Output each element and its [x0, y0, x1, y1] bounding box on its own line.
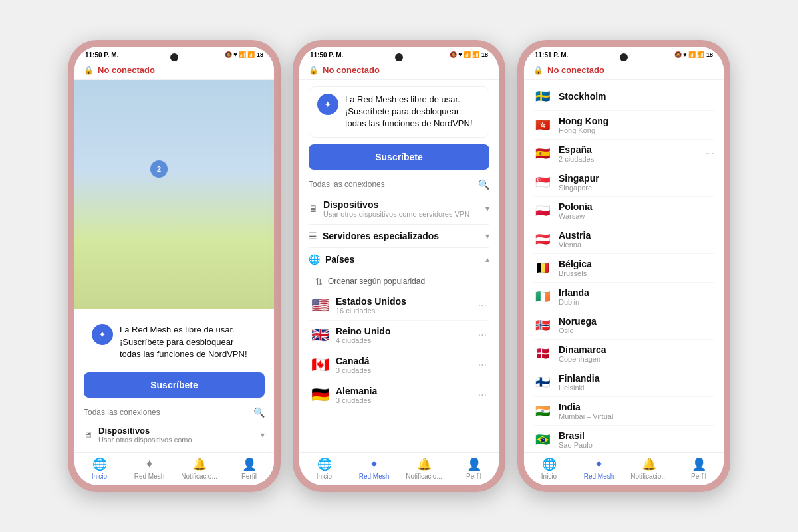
- sub-brasil: Sao Paulo: [559, 441, 593, 449]
- section-icon-dispositivos: 🖥: [309, 203, 318, 214]
- bottom-panel-1: ✦ La Red Mesh es libre de usar. ¡Suscríb…: [74, 309, 274, 452]
- nav-perfil-label-2: Perfil: [466, 473, 481, 480]
- row-noruega[interactable]: 🇳🇴 Noruega Oslo: [533, 311, 714, 340]
- country-usa[interactable]: 🇺🇸 Estados Unidos 16 ciudades ···: [309, 291, 489, 321]
- sub-india: Mumbai – Virtual: [559, 412, 613, 420]
- section-especializados-2[interactable]: ☰ Servidores especializados ▾: [309, 225, 489, 248]
- camera-notch-3: [620, 53, 628, 61]
- flag-austria: 🇦🇹: [533, 230, 552, 249]
- dots-usa[interactable]: ···: [478, 299, 487, 311]
- nav-perfil-label-3: Perfil: [691, 473, 706, 480]
- nav-perfil-icon-2: 👤: [467, 457, 481, 471]
- row-irlanda[interactable]: 🇮🇪 Irlanda Dublin: [533, 283, 714, 311]
- promo-icon-1: ✦: [92, 324, 113, 345]
- dots-canada[interactable]: ···: [478, 359, 487, 371]
- name-dinamarca: Dinamarca: [559, 344, 606, 355]
- country-list-3: 🇸🇪 Stockholm 🇭🇰 Hong Kong Hong Kong: [524, 80, 724, 452]
- row-stockholm[interactable]: 🇸🇪 Stockholm: [533, 82, 714, 111]
- nav-redmesh-icon-3: ✦: [594, 457, 604, 471]
- flag-brasil: 🇧🇷: [533, 430, 552, 449]
- flag-noruega: 🇳🇴: [533, 316, 552, 334]
- nav-perfil-1[interactable]: 👤 Perfil: [224, 457, 274, 480]
- nav-inicio-1[interactable]: 🌐 Inicio: [74, 457, 124, 480]
- nav-inicio-3[interactable]: 🌐 Inicio: [524, 457, 574, 480]
- promo-icon-2: ✦: [317, 94, 338, 115]
- sort-row-2: ⇅ Ordenar según popularidad: [309, 271, 489, 291]
- country-name-canada: Canadá: [336, 356, 371, 366]
- country-uk[interactable]: 🇬🇧 Reino Unido 4 ciudades ···: [309, 321, 489, 350]
- camera-notch-2: [395, 53, 403, 61]
- row-brasil[interactable]: 🇧🇷 Brasil Sao Paulo: [533, 426, 714, 452]
- sort-icon-2: ⇅: [315, 277, 323, 287]
- row-espana[interactable]: 🇪🇸 España 2 ciudades ···: [533, 140, 714, 168]
- section-title-paises: Países: [325, 254, 354, 265]
- camera-notch: [170, 53, 178, 61]
- devices-sub-1: Usar otros dispositivos como: [98, 436, 192, 444]
- nav-notif-2[interactable]: 🔔 Notificacio...: [399, 457, 449, 480]
- connections-header-1: Todas las conexiones 🔍: [84, 404, 265, 422]
- country-canada[interactable]: 🇨🇦 Canadá 3 ciudades ···: [309, 350, 489, 380]
- sub-finlandia: Helsinki: [559, 384, 599, 392]
- nav-redmesh-label-1: Red Mesh: [134, 473, 165, 480]
- nav-perfil-icon-1: 👤: [242, 457, 257, 471]
- time-1: 11:50 P. M.: [85, 51, 118, 59]
- row-finlandia[interactable]: 🇫🇮 Finlandia Helsinki: [533, 368, 714, 397]
- nav-perfil-label-1: Perfil: [241, 473, 257, 480]
- dots-uk[interactable]: ···: [478, 329, 487, 341]
- name-belgica: Bélgica: [559, 259, 592, 269]
- lock-icon-2: 🔒: [309, 66, 319, 75]
- nav-inicio-icon-3: 🌐: [542, 457, 557, 471]
- row-austria[interactable]: 🇦🇹 Austria Vienna: [533, 225, 714, 254]
- nav-redmesh-1[interactable]: ✦ Red Mesh: [124, 457, 174, 480]
- nav-inicio-label-2: Inicio: [317, 473, 332, 480]
- nav-notif-label-3: Notificacio...: [630, 473, 666, 480]
- name-india: India: [559, 402, 613, 412]
- flag-canada: 🇨🇦: [311, 356, 329, 374]
- nav-perfil-2[interactable]: 👤 Perfil: [449, 457, 499, 480]
- promo-text-1: La Red Mesh es libre de usar. ¡Suscríbet…: [120, 324, 257, 360]
- sub-polonia: Warsaw: [559, 212, 593, 220]
- nav-redmesh-2[interactable]: ✦ Red Mesh: [349, 457, 399, 480]
- nav-redmesh-3[interactable]: ✦ Red Mesh: [574, 457, 624, 480]
- chevron-especializados: ▾: [485, 231, 489, 241]
- nav-inicio-2[interactable]: 🌐 Inicio: [299, 457, 349, 480]
- devices-title-1: Dispositivos: [98, 426, 192, 436]
- flag-uk: 🇬🇧: [311, 327, 329, 344]
- search-icon-2[interactable]: 🔍: [478, 179, 489, 190]
- conn-item-1[interactable]: 🖥 Dispositivos Usar otros dispositivos c…: [84, 422, 265, 448]
- nav-notif-icon-2: 🔔: [417, 457, 432, 471]
- nav-notif-1[interactable]: 🔔 Notificacio...: [174, 457, 224, 480]
- row-belgica[interactable]: 🇧🇪 Bélgica Brussels: [533, 254, 714, 283]
- row-dinamarca[interactable]: 🇩🇰 Dinamarca Copenhagen: [533, 340, 714, 368]
- country-cities-usa: 16 ciudades: [336, 307, 406, 315]
- flag-usa: 🇺🇸: [311, 297, 329, 314]
- name-polonia: Polonia: [559, 201, 593, 212]
- section-dispositivos-2[interactable]: 🖥 Dispositivos Usar otros dispositivos c…: [309, 194, 489, 225]
- subscribe-btn-2[interactable]: Suscríbete: [309, 144, 489, 170]
- nav-perfil-3[interactable]: 👤 Perfil: [674, 457, 724, 480]
- row-india[interactable]: 🇮🇳 India Mumbai – Virtual: [533, 397, 714, 426]
- search-icon-1[interactable]: 🔍: [253, 407, 265, 418]
- row-polonia[interactable]: 🇵🇱 Polonia Warsaw: [533, 197, 714, 225]
- country-name-uk: Reino Unido: [336, 326, 390, 336]
- map-dot-1: 2: [150, 160, 168, 178]
- section-paises-2[interactable]: 🌐 Países ▴: [309, 248, 489, 271]
- country-name-germany: Alemania: [336, 386, 377, 396]
- flag-india: 🇮🇳: [533, 402, 552, 420]
- name-finlandia: Finlandia: [559, 373, 599, 384]
- dots-espana[interactable]: ···: [706, 148, 714, 160]
- row-hongkong[interactable]: 🇭🇰 Hong Kong Hong Kong: [533, 111, 714, 140]
- flag-irlanda: 🇮🇪: [533, 287, 552, 306]
- bottom-nav-1: 🌐 Inicio ✦ Red Mesh 🔔 Notificacio... 👤 P…: [74, 452, 274, 485]
- dots-germany[interactable]: ···: [478, 389, 487, 401]
- row-singapur[interactable]: 🇸🇬 Singapur Singapore: [533, 168, 714, 197]
- flag-dinamarca: 🇩🇰: [533, 344, 552, 363]
- flag-polonia: 🇵🇱: [533, 201, 552, 220]
- country-germany[interactable]: 🇩🇪 Alemania 3 ciudades ···: [309, 380, 489, 410]
- chevron-dispositivos: ▾: [485, 204, 489, 213]
- not-connected-bar-3: 🔒 No conectado: [524, 61, 724, 80]
- subscribe-btn-1[interactable]: Suscríbete: [84, 372, 265, 398]
- nav-notif-3[interactable]: 🔔 Notificacio...: [624, 457, 674, 480]
- status-icons-3: 🔕 ♥ 📶 📶 18: [674, 51, 713, 58]
- name-brasil: Brasil: [559, 430, 593, 441]
